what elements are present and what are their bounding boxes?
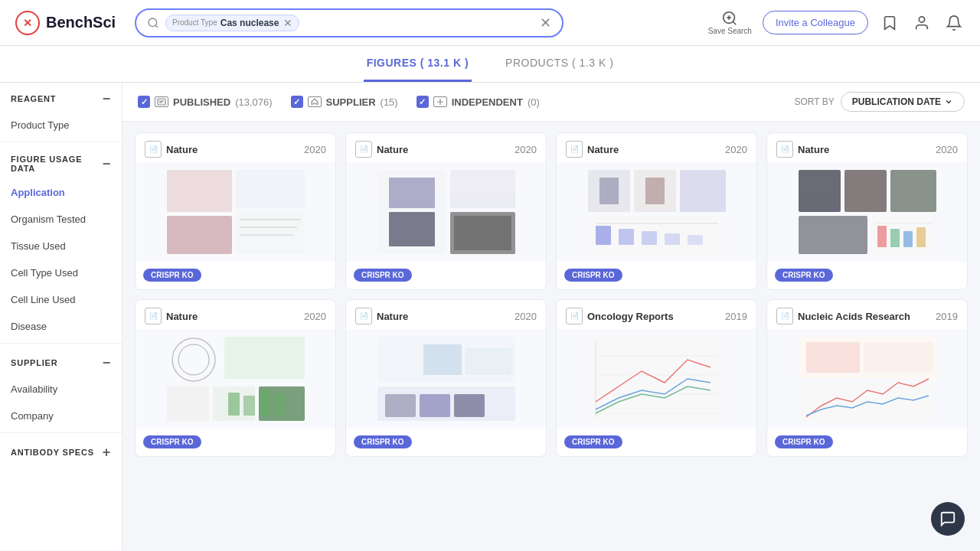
card-4-journal-name: Nature (798, 144, 829, 155)
svg-rect-23 (599, 178, 619, 204)
filter-supplier[interactable]: ✓ SUPPLIER (15) (291, 96, 398, 108)
supplier-collapse-icon[interactable]: − (103, 356, 111, 370)
card-8[interactable]: 📄 Nucleic Acids Research 2019 (766, 299, 968, 457)
sidebar-item-organism-tested[interactable]: Organism Tested (0, 206, 122, 233)
supplier-checkbox[interactable]: ✓ (291, 96, 303, 108)
svg-rect-55 (385, 394, 416, 417)
search-clear-icon[interactable]: ✕ (540, 15, 551, 31)
card-2-footer: CRISPR KO (346, 262, 546, 289)
tabs-bar: FIGURES ( 13.1 K ) PRODUCTS ( 1.3 K ) (0, 46, 980, 83)
search-icon (147, 17, 159, 29)
svg-rect-50 (274, 393, 286, 416)
card-7-year: 2019 (725, 311, 747, 322)
logo-icon: ✕ (15, 11, 40, 35)
filter-published[interactable]: ✓ PUBLISHED (13,076) (138, 96, 273, 108)
svg-rect-33 (890, 170, 936, 212)
tab-products[interactable]: PRODUCTS ( 1.3 K ) (502, 46, 616, 82)
sidebar-section-supplier: SUPPLIER − (0, 347, 122, 376)
svg-rect-56 (420, 394, 450, 417)
tab-figures-count: ( 13.1 K ) (420, 57, 469, 69)
card-4-year: 2020 (936, 144, 958, 155)
tag-close-icon[interactable]: ✕ (283, 17, 292, 29)
chat-bubble[interactable] (931, 502, 965, 536)
card-4[interactable]: 📄 Nature 2020 (766, 132, 968, 290)
organism-tested-label: Organism Tested (11, 214, 86, 225)
logo[interactable]: ✕ BenchSci (15, 11, 122, 35)
sidebar-item-availability[interactable]: Availability (0, 376, 122, 403)
sidebar-item-disease[interactable]: Disease (0, 313, 122, 340)
figure-usage-section-label: FIGURE USAGE DATA (11, 155, 103, 173)
card-3-journal: 📄 Nature (566, 141, 619, 158)
independent-count: (0) (528, 96, 540, 108)
filter-independent[interactable]: ✓ INDEPENDENT (0) (416, 96, 540, 108)
published-icon (155, 96, 168, 107)
card-6[interactable]: 📄 Nature 2020 (345, 299, 547, 457)
svg-rect-52 (423, 344, 462, 375)
antibody-specs-section-label: ANTIBODY SPECS (11, 448, 94, 457)
sidebar-item-company[interactable]: Company (0, 403, 122, 429)
card-4-footer: CRISPR KO (767, 262, 967, 289)
content-area: ✓ PUBLISHED (13,076) ✓ SUPPLIER (15) ✓ (122, 83, 980, 550)
card-1[interactable]: 📄 Nature 2020 (135, 132, 336, 290)
supplier-label: SUPPLIER (326, 96, 376, 108)
published-checkbox[interactable]: ✓ (138, 96, 150, 108)
independent-checkbox[interactable]: ✓ (416, 96, 429, 108)
figure-usage-collapse-icon[interactable]: − (103, 157, 111, 171)
tab-figures[interactable]: FIGURES ( 13.1 K ) (364, 46, 472, 82)
svg-rect-65 (806, 342, 860, 373)
tab-figures-label: FIGURES (367, 57, 417, 69)
cell-type-used-label: Cell Type Used (11, 267, 78, 279)
card-5[interactable]: 📄 Nature 2020 (135, 299, 336, 457)
card-6-journal: 📄 Nature (355, 308, 408, 324)
card-3-year: 2020 (725, 144, 747, 155)
card-1-image (136, 162, 335, 262)
svg-rect-38 (890, 229, 900, 247)
invite-colleague-button[interactable]: Invite a Colleague (763, 11, 868, 34)
sidebar-item-cell-line-used[interactable]: Cell Line Used (0, 286, 122, 313)
search-bar[interactable]: Product Type Cas nuclease ✕ ✕ (135, 8, 564, 37)
save-search-label: Save Search (708, 27, 752, 35)
antibody-specs-expand-icon[interactable]: + (103, 445, 111, 459)
card-1-year: 2020 (304, 144, 326, 155)
supplier-section-label: SUPPLIER (11, 358, 57, 367)
card-4-journal: 📄 Nature (776, 141, 829, 158)
main-layout: REAGENT − Product Type FIGURE USAGE DATA… (0, 83, 980, 550)
card-1-header: 📄 Nature 2020 (136, 133, 335, 162)
card-3-image (557, 162, 756, 262)
svg-rect-37 (877, 226, 887, 247)
filter-bar: ✓ PUBLISHED (13,076) ✓ SUPPLIER (15) ✓ (122, 83, 980, 122)
card-4-badge: CRISPR KO (775, 269, 833, 282)
card-8-header: 📄 Nucleic Acids Research 2019 (767, 300, 967, 329)
disease-label: Disease (11, 321, 47, 332)
tab-products-label: PRODUCTS (505, 57, 569, 69)
check-icon-2: ✓ (293, 97, 300, 107)
card-7-journal: 📄 Oncology Reports (566, 308, 674, 324)
sort-by-button[interactable]: PUBLICATION DATE (841, 92, 965, 112)
save-search-button[interactable]: Save Search (708, 10, 752, 35)
bookmarks-icon[interactable] (879, 12, 900, 34)
card-2-journal-name: Nature (377, 144, 408, 155)
card-3-journal-name: Nature (587, 144, 619, 155)
reagent-collapse-icon[interactable]: − (103, 92, 111, 106)
sidebar-item-cell-type-used[interactable]: Cell Type Used (0, 259, 122, 286)
published-label: PUBLISHED (173, 96, 230, 108)
sidebar-item-product-type[interactable]: Product Type (0, 112, 122, 139)
sidebar-section-reagent: REAGENT − (0, 83, 122, 112)
save-search-icon (721, 10, 738, 27)
sidebar-item-tissue-used[interactable]: Tissue Used (0, 233, 122, 259)
svg-rect-28 (642, 231, 657, 245)
card-8-badge: CRISPR KO (775, 435, 833, 448)
sort-bar: SORT BY PUBLICATION DATE (795, 92, 965, 112)
sidebar-item-application[interactable]: Application (0, 179, 122, 206)
card-3[interactable]: 📄 Nature 2020 (556, 132, 757, 290)
svg-rect-14 (450, 170, 515, 208)
card-5-year: 2020 (304, 311, 326, 322)
card-2[interactable]: 📄 Nature 2020 CRISPR (345, 132, 547, 290)
notification-icon[interactable] (943, 12, 965, 34)
user-icon[interactable] (911, 12, 933, 34)
svg-rect-29 (665, 233, 680, 245)
logo-text: BenchSci (46, 14, 116, 31)
divider-2 (0, 343, 122, 344)
card-8-footer: CRISPR KO (767, 429, 967, 456)
card-7[interactable]: 📄 Oncology Reports 2019 (556, 299, 757, 457)
